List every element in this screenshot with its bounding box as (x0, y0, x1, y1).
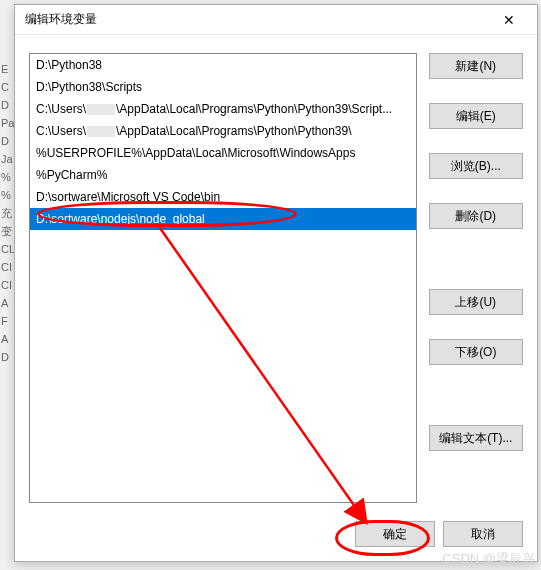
list-item[interactable]: D:\Python38 (30, 54, 416, 76)
dialog-title: 编辑环境变量 (25, 11, 97, 28)
moveup-button[interactable]: 上移(U) (429, 289, 523, 315)
new-button[interactable]: 新建(N) (429, 53, 523, 79)
dialog-body: D:\Python38D:\Python38\ScriptsC:\Users\\… (15, 35, 537, 561)
list-item[interactable]: %PyCharm% (30, 164, 416, 186)
cancel-button[interactable]: 取消 (443, 521, 523, 547)
list-item[interactable]: %USERPROFILE%\AppData\Local\Microsoft\Wi… (30, 142, 416, 164)
edit-env-var-dialog: 编辑环境变量 ✕ D:\Python38D:\Python38\ScriptsC… (14, 4, 538, 562)
dialog-bottom-buttons: 确定 取消 (355, 521, 523, 547)
list-item[interactable]: D:\Python38\Scripts (30, 76, 416, 98)
browse-button[interactable]: 浏览(B)... (429, 153, 523, 179)
list-item[interactable]: C:\Users\\AppData\Local\Programs\Python\… (30, 98, 416, 120)
edittext-button[interactable]: 编辑文本(T)... (429, 425, 523, 451)
titlebar: 编辑环境变量 ✕ (15, 5, 537, 35)
redacted-username (87, 104, 115, 115)
close-icon: ✕ (503, 12, 515, 28)
button-column: 新建(N) 编辑(E) 浏览(B)... 删除(D) 上移(U) 下移(O) 编… (429, 53, 523, 503)
list-item[interactable]: D:\sortware\nodejs\node_global (30, 208, 416, 230)
edit-button[interactable]: 编辑(E) (429, 103, 523, 129)
redacted-username (87, 126, 115, 137)
list-item[interactable]: D:\sortware\Microsoft VS Code\bin (30, 186, 416, 208)
movedown-button[interactable]: 下移(O) (429, 339, 523, 365)
delete-button[interactable]: 删除(D) (429, 203, 523, 229)
background-edge-text: ECDPaDJa%%充变CLCICIAFAD (0, 0, 12, 570)
close-button[interactable]: ✕ (489, 6, 529, 34)
ok-button[interactable]: 确定 (355, 521, 435, 547)
path-listbox[interactable]: D:\Python38D:\Python38\ScriptsC:\Users\\… (29, 53, 417, 503)
list-item[interactable]: C:\Users\\AppData\Local\Programs\Python\… (30, 120, 416, 142)
